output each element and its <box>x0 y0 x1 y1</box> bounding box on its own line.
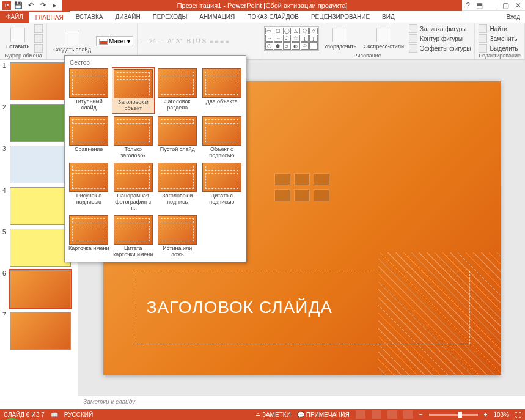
find-icon <box>479 24 487 33</box>
ribbon: Вставить Буфер обмена Создать слайд Маке… <box>0 23 525 60</box>
window-title: Презентация1 - PowerPoint [Сбой активаци… <box>62 0 462 11</box>
language-indicator[interactable]: РУССКИЙ <box>64 411 93 418</box>
layout-option[interactable]: Заголовок и объект <box>112 67 155 114</box>
group-label: Буфер обмена <box>4 53 43 59</box>
comments-button[interactable]: 💬 ПРИМЕЧАНИЯ <box>297 411 350 418</box>
reading-view-button[interactable] <box>387 410 397 419</box>
layout-option[interactable]: Истина или ложь <box>156 214 199 259</box>
tab-slideshow[interactable]: ПОКАЗ СЛАЙДОВ <box>241 11 305 23</box>
layout-option[interactable]: Карточка имени <box>67 214 111 259</box>
notes-pane[interactable]: Заметки к слайду <box>78 396 525 409</box>
bucket-icon <box>409 24 417 33</box>
chart-icon[interactable] <box>294 173 310 185</box>
layout-option[interactable]: Рисунок с подписью <box>67 161 111 213</box>
new-slide-button[interactable]: Создать слайд <box>51 29 94 54</box>
thumb-7[interactable]: 7 <box>2 312 75 350</box>
layout-option[interactable]: Заголовок раздела <box>156 67 199 114</box>
group-clipboard: Вставить Буфер обмена <box>0 23 47 59</box>
tab-home[interactable]: ГЛАВНАЯ <box>29 11 70 23</box>
tab-insert[interactable]: ВСТАВКА <box>70 11 109 23</box>
layout-option[interactable]: Только заголовок <box>112 115 155 160</box>
layout-option[interactable]: Два объекта <box>200 67 244 114</box>
picture-icon[interactable] <box>274 189 290 201</box>
layout-option[interactable]: Объект с подписью <box>200 115 244 160</box>
layout-caption: Цитата карточки имени <box>113 246 154 258</box>
undo-icon[interactable]: ↶ <box>26 1 35 10</box>
maximize-icon[interactable]: ▢ <box>502 1 509 10</box>
table-icon[interactable] <box>274 173 290 185</box>
layout-dropdown[interactable]: Макет▾ <box>96 36 133 46</box>
layout-caption: Рисунок с подписью <box>68 193 109 205</box>
layout-caption: Истина или ложь <box>157 246 198 258</box>
zoom-in-button[interactable]: + <box>484 411 488 418</box>
title-placeholder[interactable]: ЗАГОЛОВОК СЛАЙДА <box>134 271 470 344</box>
layout-option[interactable]: Заголовок и подпись <box>156 161 199 213</box>
layout-caption: Два объекта <box>206 99 238 111</box>
layout-option[interactable]: Цитата с подписью <box>200 161 244 213</box>
zoom-slider[interactable] <box>429 414 478 416</box>
replace-button[interactable]: Заменить <box>479 34 518 43</box>
redo-icon[interactable]: ↷ <box>38 1 48 10</box>
styles-icon <box>376 28 391 42</box>
signin-link[interactable]: Вход <box>501 11 525 23</box>
popup-header: Сектор <box>67 58 243 67</box>
ribbon-options-icon[interactable]: ⬒ <box>476 1 483 10</box>
copy-button[interactable] <box>34 34 43 43</box>
spellcheck-icon[interactable]: 📖 <box>51 411 58 418</box>
shape-outline-button[interactable]: Контур фигуры <box>409 34 471 43</box>
layout-caption: Карточка имени <box>68 246 109 258</box>
quick-styles-button[interactable]: Экспресс-стили <box>361 26 406 51</box>
group-editing: Найти Заменить Выделить Редактирование <box>475 23 525 59</box>
tab-design[interactable]: ДИЗАЙН <box>109 11 147 23</box>
video-icon[interactable] <box>314 189 329 201</box>
slideshow-view-button[interactable] <box>403 410 413 419</box>
online-picture-icon[interactable] <box>294 189 310 201</box>
select-button[interactable]: Выделить <box>479 44 518 53</box>
title-bar: P 💾 ↶ ↷ ▸ Презентация1 - PowerPoint [Сбо… <box>0 0 525 11</box>
layout-popup: Сектор Титульный слайдЗаголовок и объект… <box>64 55 246 262</box>
layout-option[interactable]: Сравнение <box>67 115 111 160</box>
smartart-icon[interactable] <box>314 173 329 185</box>
thumb-6[interactable]: 6 <box>2 270 75 308</box>
cut-button[interactable] <box>34 24 43 33</box>
normal-view-button[interactable] <box>356 410 365 419</box>
close-icon[interactable]: ✕ <box>515 1 521 10</box>
arrange-button[interactable]: Упорядочить <box>321 26 359 51</box>
tab-animation[interactable]: АНИМАЦИЯ <box>193 11 241 23</box>
notes-button[interactable]: ≐ ЗАМЕТКИ <box>255 411 291 418</box>
start-show-icon[interactable]: ▸ <box>50 1 60 10</box>
help-icon[interactable]: ? <box>466 1 470 10</box>
tab-file[interactable]: ФАЙЛ <box>0 11 29 23</box>
layout-option[interactable]: Пустой слайд <box>156 115 199 160</box>
zoom-out-button[interactable]: − <box>419 411 423 418</box>
save-icon[interactable]: 💾 <box>13 1 23 10</box>
layout-caption: Заголовок и объект <box>114 100 153 112</box>
chevron-down-icon: ▾ <box>127 38 130 45</box>
layout-option[interactable]: Цитата карточки имени <box>112 214 155 259</box>
shape-fill-button[interactable]: Заливка фигуры <box>409 24 471 33</box>
zoom-level[interactable]: 103% <box>493 411 509 418</box>
layout-option[interactable]: Панорамная фотография с п... <box>112 161 155 213</box>
minimize-icon[interactable]: — <box>489 1 496 10</box>
layout-option[interactable]: Титульный слайд <box>67 67 111 114</box>
quick-access-toolbar: P 💾 ↶ ↷ ▸ <box>0 1 62 10</box>
shape-effects-button[interactable]: Эффекты фигуры <box>409 44 471 53</box>
shapes-gallery[interactable]: ▭▢◯△⬠◇ →↔⤴☆{} ⬡⬢▱◐⬭⋯ <box>264 26 319 51</box>
paste-button[interactable]: Вставить <box>4 26 32 51</box>
title-text: ЗАГОЛОВОК СЛАЙДА <box>147 298 333 317</box>
layout-caption: Цитата с подписью <box>202 193 243 205</box>
group-font-paragraph: — 24 —A˄ A˅B I U S≡ ≡ ≡ ≡ <box>138 23 260 59</box>
group-label: Рисование <box>264 53 471 59</box>
fit-to-window-button[interactable]: ⛶ <box>515 411 521 418</box>
tab-review[interactable]: РЕЦЕНЗИРОВАНИЕ <box>305 11 376 23</box>
layout-caption: Заголовок и подпись <box>157 193 198 205</box>
select-icon <box>479 44 487 53</box>
ribbon-tabs: ФАЙЛ ГЛАВНАЯ ВСТАВКА ДИЗАЙН ПЕРЕХОДЫ АНИ… <box>0 11 525 23</box>
sorter-view-button[interactable] <box>372 410 381 419</box>
format-painter-button[interactable] <box>34 44 43 53</box>
find-button[interactable]: Найти <box>479 24 518 33</box>
tab-transitions[interactable]: ПЕРЕХОДЫ <box>147 11 194 23</box>
tab-view[interactable]: ВИД <box>376 11 401 23</box>
content-placeholder-icons[interactable] <box>274 173 329 201</box>
layout-caption: Только заголовок <box>113 147 154 159</box>
